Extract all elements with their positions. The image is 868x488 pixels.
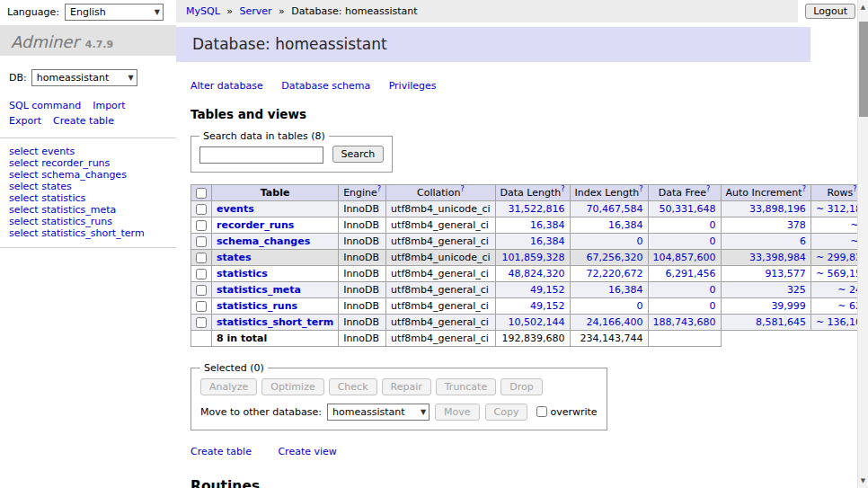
data-free-link[interactable]: 104,857,600 <box>653 252 716 263</box>
scrollbar-thumb[interactable] <box>859 22 868 117</box>
collation-cell: utf8mb4_general_ci <box>386 217 495 233</box>
index-length-link[interactable]: 16,384 <box>608 219 643 231</box>
overwrite-checkbox[interactable] <box>536 406 547 417</box>
table-name-link[interactable]: schema_changes <box>217 235 310 247</box>
data-length-link[interactable]: 16,384 <box>530 219 565 231</box>
index-length-link[interactable]: 67,256,320 <box>587 252 643 263</box>
link-database-schema[interactable]: Database schema <box>281 80 370 92</box>
row-checkbox[interactable] <box>196 285 207 296</box>
auto-increment-link[interactable]: 33,398,984 <box>749 252 806 263</box>
row-checkbox[interactable] <box>196 317 207 328</box>
table-name-link[interactable]: statistics_runs <box>217 300 297 312</box>
sidebar-link-import[interactable]: Import <box>93 100 126 111</box>
sidebar-table-link-statistics[interactable]: select statistics <box>9 192 85 204</box>
help-link[interactable]: ? <box>706 185 710 193</box>
help-link[interactable]: ? <box>460 185 464 193</box>
index-length-link[interactable]: 0 <box>637 300 643 312</box>
auto-increment-link[interactable]: 8,581,645 <box>756 316 806 328</box>
row-checkbox[interactable] <box>196 253 207 263</box>
data-free-link[interactable]: 0 <box>710 235 716 247</box>
table-name-link[interactable]: states <box>217 252 252 263</box>
auto-increment-cell: 913,577 <box>721 265 810 281</box>
row-checkbox[interactable] <box>196 236 207 247</box>
optimize-button[interactable]: Optimize <box>261 378 323 395</box>
row-checkbox[interactable] <box>196 269 207 279</box>
analyze-button[interactable]: Analyze <box>200 378 257 395</box>
table-name-link[interactable]: statistics <box>217 268 268 279</box>
auto-increment-link[interactable]: 33,898,196 <box>749 203 806 215</box>
sidebar-table-link-statistics-short-term[interactable]: select statistics_short_term <box>9 227 145 239</box>
sidebar-link-sql-command[interactable]: SQL command <box>9 100 81 111</box>
row-checkbox[interactable] <box>196 204 207 215</box>
data-free-link[interactable]: 6,291,456 <box>666 268 716 279</box>
help-link[interactable]: ? <box>802 185 806 193</box>
sidebar-link-export[interactable]: Export <box>9 115 41 127</box>
data-length-link[interactable]: 48,824,320 <box>509 268 565 279</box>
copy-button[interactable]: Copy <box>485 404 528 421</box>
data-length-link[interactable]: 49,152 <box>530 300 565 312</box>
truncate-button[interactable]: Truncate <box>436 378 496 395</box>
auto-increment-link[interactable]: 6 <box>800 235 806 247</box>
data-length-link[interactable]: 101,859,328 <box>502 252 565 263</box>
move-button[interactable]: Move <box>435 404 480 421</box>
collation-cell: utf8mb4_general_ci <box>386 314 495 330</box>
adminer-logo[interactable]: Adminer <box>11 32 79 51</box>
data-free-link[interactable]: 0 <box>710 284 716 296</box>
auto-increment-link[interactable]: 913,577 <box>765 268 806 279</box>
sidebar-table-link-statistics-runs[interactable]: select statistics_runs <box>9 216 112 227</box>
help-link[interactable]: ? <box>639 185 642 193</box>
db-select[interactable]: homeassistant ▼ <box>31 69 137 86</box>
repair-button[interactable]: Repair <box>382 378 431 395</box>
language-select[interactable]: English ▼ <box>65 4 164 21</box>
table-name-link[interactable]: statistics_short_term <box>217 316 333 328</box>
sidebar-table-link-states[interactable]: select states <box>9 181 72 192</box>
search-button[interactable]: Search <box>332 146 385 163</box>
data-length-link[interactable]: 10,502,144 <box>509 316 565 328</box>
data-free-link[interactable]: 0 <box>710 219 716 231</box>
scroll-down-icon[interactable]: ▼ <box>858 475 868 487</box>
auto-increment-link[interactable]: 325 <box>787 284 806 296</box>
vertical-scrollbar[interactable]: ▲ ▼ <box>857 0 868 488</box>
data-free-link[interactable]: 188,743,680 <box>653 316 716 328</box>
link-privileges[interactable]: Privileges <box>389 80 437 92</box>
table-name-link[interactable]: statistics_meta <box>217 284 301 296</box>
sidebar-table-link-statistics-meta[interactable]: select statistics_meta <box>9 204 116 216</box>
row-checkbox[interactable] <box>196 220 207 231</box>
link-create-view[interactable]: Create view <box>278 446 336 457</box>
sidebar-link-create-table[interactable]: Create table <box>53 115 114 127</box>
help-link[interactable]: ? <box>853 185 856 193</box>
data-free-link[interactable]: 50,331,648 <box>660 203 716 215</box>
breadcrumb-link-server[interactable]: Server <box>240 5 272 17</box>
table-name-link[interactable]: recorder_runs <box>217 219 294 231</box>
data-length-link[interactable]: 31,522,816 <box>509 203 565 215</box>
check-button[interactable]: Check <box>329 378 377 395</box>
collation-cell: utf8mb4_general_ci <box>386 281 495 297</box>
auto-increment-link[interactable]: 378 <box>787 219 806 231</box>
link-alter-database[interactable]: Alter database <box>190 80 263 92</box>
data-length-link[interactable]: 16,384 <box>530 235 565 247</box>
breadcrumb-link-mysql[interactable]: MySQL <box>186 5 220 17</box>
search-input[interactable] <box>199 146 323 164</box>
scroll-up-icon[interactable]: ▲ <box>858 1 868 13</box>
auto-increment-link[interactable]: 39,999 <box>771 300 806 312</box>
index-length-link[interactable]: 72,220,672 <box>587 268 643 279</box>
index-length-link[interactable]: 24,166,400 <box>587 316 643 328</box>
index-length-link[interactable]: 70,467,584 <box>587 203 643 215</box>
row-checkbox[interactable] <box>196 301 207 312</box>
sidebar-table-link-events[interactable]: select events <box>9 146 75 157</box>
logout-button[interactable]: Logout <box>805 4 855 19</box>
table-name-link[interactable]: events <box>217 203 254 215</box>
sidebar-table-link-schema-changes[interactable]: select schema_changes <box>9 169 127 181</box>
index-length-link[interactable]: 16,384 <box>608 284 643 296</box>
sidebar-table-link-recorder-runs[interactable]: select recorder_runs <box>9 157 110 169</box>
drop-button[interactable]: Drop <box>500 378 542 395</box>
main-inner: Alter database Database schema Privilege… <box>176 80 857 488</box>
link-create-table[interactable]: Create table <box>190 446 252 457</box>
data-length-link[interactable]: 49,152 <box>530 284 565 296</box>
data-free-link[interactable]: 0 <box>710 300 716 312</box>
help-link[interactable]: ? <box>377 185 381 193</box>
help-link[interactable]: ? <box>561 185 564 193</box>
index-length-link[interactable]: 0 <box>637 235 643 247</box>
select-all-checkbox[interactable] <box>196 188 207 199</box>
move-db-select[interactable]: homeassistant ▼ <box>327 404 430 421</box>
